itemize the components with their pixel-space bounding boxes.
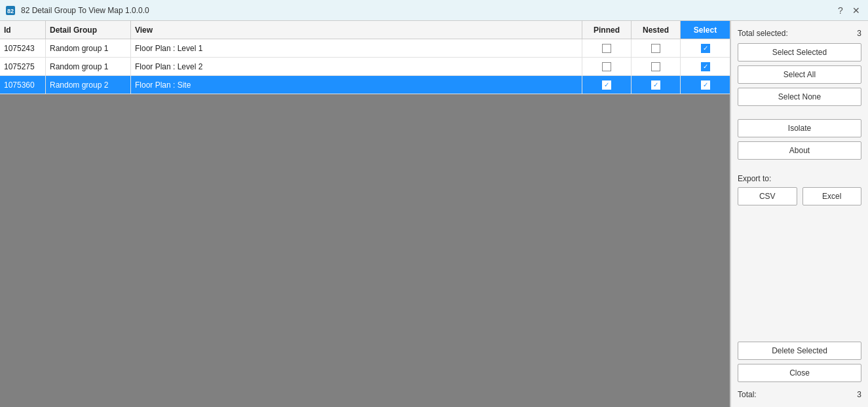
cell-id-3: 1075360 xyxy=(0,76,46,94)
isolate-button[interactable]: Isolate xyxy=(738,119,861,137)
cell-id-1: 1075243 xyxy=(0,39,46,57)
cell-view-1: Floor Plan : Level 1 xyxy=(131,39,582,57)
total-label: Total: xyxy=(738,390,757,399)
cell-select-3[interactable] xyxy=(681,76,730,94)
cell-detail-3: Random group 2 xyxy=(46,76,131,94)
main-content: Id Detail Group View Pinned Nested Selec… xyxy=(0,21,868,407)
total-selected-label: Total selected: xyxy=(738,29,788,38)
table-row[interactable]: 1075275 Random group 1 Floor Plan : Leve… xyxy=(0,58,730,76)
col-header-select: Select xyxy=(681,21,730,39)
excel-button[interactable]: Excel xyxy=(802,187,862,205)
separator-2 xyxy=(738,164,861,169)
total-selected-row: Total selected: 3 xyxy=(738,27,861,39)
cell-nested-1[interactable] xyxy=(632,39,681,57)
cell-view-2: Floor Plan : Level 2 xyxy=(131,58,582,75)
title-bar-controls: ? ✕ xyxy=(834,4,863,17)
cell-id-2: 1075275 xyxy=(0,58,46,75)
title-bar: 82 82 Detail Group To View Map 1.0.0.0 ?… xyxy=(0,0,868,21)
export-row: CSV Excel xyxy=(738,187,861,205)
cell-view-3: Floor Plan : Site xyxy=(131,76,582,94)
spacer xyxy=(738,209,861,338)
cell-select-1[interactable] xyxy=(681,39,730,57)
col-header-pinned: Pinned xyxy=(582,21,632,39)
help-button[interactable]: ? xyxy=(834,4,847,17)
close-button[interactable]: Close xyxy=(738,364,861,382)
separator-1 xyxy=(738,110,861,115)
checkbox-pinned-2[interactable] xyxy=(602,62,611,71)
total-selected-value: 3 xyxy=(857,29,861,38)
col-header-view: View xyxy=(131,21,582,39)
cell-nested-3[interactable] xyxy=(632,76,681,94)
csv-button[interactable]: CSV xyxy=(738,187,797,205)
checkbox-select-2[interactable] xyxy=(701,62,710,71)
table-header: Id Detail Group View Pinned Nested Selec… xyxy=(0,21,730,39)
svg-text:82: 82 xyxy=(7,8,14,14)
col-header-id: Id xyxy=(0,21,46,39)
close-window-button[interactable]: ✕ xyxy=(850,4,863,17)
select-none-button[interactable]: Select None xyxy=(738,88,861,106)
cell-detail-1: Random group 1 xyxy=(46,39,131,57)
cell-nested-2[interactable] xyxy=(632,58,681,75)
app-icon: 82 xyxy=(5,5,16,16)
delete-selected-button[interactable]: Delete Selected xyxy=(738,342,861,360)
table-body: 1075243 Random group 1 Floor Plan : Leve… xyxy=(0,39,730,407)
checkbox-nested-3[interactable] xyxy=(651,80,660,90)
total-value: 3 xyxy=(857,390,861,399)
checkbox-select-1[interactable] xyxy=(701,44,710,53)
checkbox-nested-1[interactable] xyxy=(651,44,660,53)
title-bar-left: 82 82 Detail Group To View Map 1.0.0.0 xyxy=(5,5,149,16)
table-row[interactable]: 1075360 Random group 2 Floor Plan : Site xyxy=(0,76,730,94)
export-label: Export to: xyxy=(738,174,861,183)
table-row[interactable]: 1075243 Random group 1 Floor Plan : Leve… xyxy=(0,39,730,58)
select-selected-button[interactable]: Select Selected xyxy=(738,43,861,62)
cell-pinned-1[interactable] xyxy=(582,39,632,57)
right-panel: Total selected: 3 Select Selected Select… xyxy=(730,21,868,407)
checkbox-pinned-1[interactable] xyxy=(602,44,611,53)
cell-pinned-2[interactable] xyxy=(582,58,632,75)
cell-select-2[interactable] xyxy=(681,58,730,75)
total-row: Total: 3 xyxy=(738,389,861,400)
cell-detail-2: Random group 1 xyxy=(46,58,131,75)
checkbox-select-3[interactable] xyxy=(701,80,710,90)
about-button[interactable]: About xyxy=(738,141,861,160)
checkbox-nested-2[interactable] xyxy=(651,62,660,71)
col-header-nested: Nested xyxy=(632,21,681,39)
select-all-button[interactable]: Select All xyxy=(738,65,861,84)
checkbox-pinned-3[interactable] xyxy=(602,80,611,90)
window-title: 82 Detail Group To View Map 1.0.0.0 xyxy=(21,6,149,15)
cell-pinned-3[interactable] xyxy=(582,76,632,94)
col-header-detail-group: Detail Group xyxy=(46,21,131,39)
table-area: Id Detail Group View Pinned Nested Selec… xyxy=(0,21,730,407)
